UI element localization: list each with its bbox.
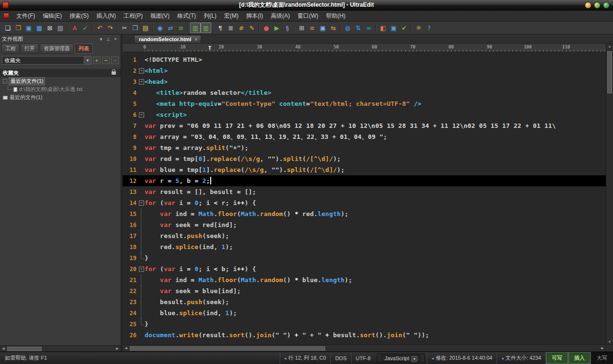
sidebar-hscroll-thumb[interactable] <box>7 347 42 351</box>
status-segment-3[interactable]: JavaScript▾ <box>377 353 425 363</box>
sidebar-tab-3[interactable]: 列表 <box>75 44 93 54</box>
new-file-button[interactable]: ❏ <box>2 23 13 33</box>
code-line-3[interactable]: 3<head> <box>123 76 613 87</box>
menu-item-10[interactable]: 高级(A) <box>267 11 294 22</box>
fold-toggle-icon[interactable] <box>138 65 145 76</box>
save-file-button[interactable]: ▣ <box>23 23 34 33</box>
scroll-left-icon[interactable]: ◀ <box>123 346 129 350</box>
code-line-24[interactable]: 24 blue.splice(ind, 1); <box>123 307 613 318</box>
replace-button[interactable]: ⇄ <box>165 23 176 33</box>
run-script-button[interactable]: § <box>282 23 293 33</box>
ftp-button[interactable]: ⇅ <box>353 23 363 33</box>
scroll-up-icon[interactable]: ▲ <box>606 45 613 48</box>
code-line-4[interactable]: 4 <title>random selector</title> <box>123 87 613 98</box>
remove-favorite-button[interactable]: − <box>102 57 110 64</box>
menu-item-4[interactable]: 工程(P) <box>120 11 147 22</box>
column-mode-button[interactable]: ▥ <box>190 23 201 33</box>
menu-item-0[interactable]: 文件(F) <box>12 11 39 22</box>
chevron-down-icon[interactable]: ▼ <box>84 57 91 64</box>
fold-toggle-icon[interactable] <box>138 197 145 208</box>
sidebar-tab-1[interactable]: 打开 <box>21 44 39 54</box>
code-line-19[interactable]: 19} <box>123 252 613 263</box>
scroll-left-icon[interactable]: ◀ <box>0 347 7 351</box>
close-icon[interactable]: × <box>112 36 119 42</box>
cut-button[interactable]: ✂ <box>119 23 130 33</box>
tree-item-3[interactable]: 最近的文件(1) <box>0 93 121 102</box>
tips-button[interactable]: ☼ <box>413 23 424 33</box>
tab-close-icon[interactable]: × <box>194 37 197 42</box>
spell-check-button[interactable]: ✓ <box>80 23 91 33</box>
menu-item-12[interactable]: 帮助(H) <box>322 11 350 22</box>
column-markers-button[interactable]: ▥ <box>201 23 211 33</box>
redo-button[interactable]: ↷ <box>105 23 115 33</box>
close-file-button[interactable]: ⊠ <box>45 23 55 33</box>
hyperlink-button[interactable]: ∞ <box>363 23 374 33</box>
menu-item-3[interactable]: 插入(N) <box>92 11 120 22</box>
tag-list-button[interactable]: ≡ <box>307 23 318 33</box>
word-wrap-button[interactable]: ¶ <box>215 23 226 33</box>
syntax-highlight-button[interactable]: ✎ <box>247 23 257 33</box>
sidebar-tab-2[interactable]: 资源管理器 <box>40 44 74 54</box>
file-compare-button[interactable]: ⇆ <box>328 23 339 33</box>
hex-edit-button[interactable]: # <box>236 23 247 33</box>
code-line-9[interactable]: 9var tmp = array.split("+"); <box>123 142 613 153</box>
help-button[interactable]: ? <box>424 23 434 33</box>
sidebar-hscrollbar[interactable]: ◀ ▶ <box>0 345 121 352</box>
chevron-down-icon[interactable]: ▾ <box>98 36 104 42</box>
validate-button[interactable]: ✔ <box>399 23 409 33</box>
menu-item-1[interactable]: 编辑(E) <box>39 11 66 22</box>
vscroll-thumb[interactable] <box>607 51 612 93</box>
code-line-5[interactable]: 5 <meta http-equiv="Content-Type" conten… <box>123 98 613 109</box>
macro-record-button[interactable]: ● <box>261 23 272 33</box>
code-line-10[interactable]: 10var red = tmp[0].replace(/\s/g, "").sp… <box>123 153 613 164</box>
menu-item-6[interactable]: 格式(T) <box>173 11 200 22</box>
code-area[interactable]: 1<!DOCTYPE HTML>2<html>3<head>4 <title>r… <box>123 52 613 352</box>
paste-button[interactable]: ▤ <box>140 23 151 33</box>
code-line-1[interactable]: 1<!DOCTYPE HTML> <box>123 54 613 65</box>
menu-item-8[interactable]: 宏(M) <box>220 11 242 22</box>
web-browser-button[interactable]: ◍ <box>342 23 353 33</box>
code-line-13[interactable]: 13var result = [], besult = []; <box>123 186 613 197</box>
menu-item-7[interactable]: 列(L) <box>200 11 220 22</box>
code-line-7[interactable]: 7var prev = "06 09 11 17 21 + 06 08\n05 … <box>123 120 613 131</box>
fold-toggle-icon[interactable] <box>138 76 145 87</box>
font-button[interactable]: A <box>69 23 80 33</box>
find-button[interactable]: ◉ <box>155 23 165 33</box>
code-line-22[interactable]: 22 var seek = blue[ind]; <box>123 285 613 296</box>
minimize-button[interactable] <box>585 2 591 9</box>
add-favorite-button[interactable]: + <box>93 57 101 64</box>
code-line-17[interactable]: 17 result.push(seek); <box>123 230 613 241</box>
menu-item-11[interactable]: 窗口(W) <box>294 11 322 22</box>
sidebar-tab-0[interactable]: 工程 <box>1 44 20 54</box>
tree-item-0[interactable]: 收藏夹 <box>0 69 121 77</box>
code-line-11[interactable]: 11var blue = tmp[1].replace(/\s/g, "").s… <box>123 164 613 175</box>
scroll-down-icon[interactable]: ▼ <box>606 340 613 343</box>
undo-button[interactable]: ↶ <box>94 23 105 33</box>
tree-item-1[interactable]: −最近的文件(1) <box>0 77 121 85</box>
open-file-button[interactable]: ❐ <box>13 23 23 33</box>
clipboard-button[interactable]: ▣ <box>318 23 328 33</box>
hscroll-thumb[interactable] <box>130 346 325 351</box>
find-in-files-button[interactable]: ≡ <box>176 23 186 33</box>
close-button[interactable] <box>603 2 610 9</box>
scroll-right-icon[interactable]: ▶ <box>114 347 121 351</box>
code-line-14[interactable]: 14for (var i = 0; i < r; i++) { <box>123 197 613 208</box>
print-button[interactable]: ▤ <box>55 23 66 33</box>
line-numbers-button[interactable]: ≣ <box>226 23 236 33</box>
fold-toggle-icon[interactable] <box>138 109 145 120</box>
code-line-15[interactable]: 15 var ind = Math.floor(Math.random() * … <box>123 208 613 219</box>
save-all-button[interactable]: ▦ <box>34 23 45 33</box>
maximize-button[interactable] <box>594 2 601 9</box>
chevron-down-icon[interactable]: ▾ <box>411 356 417 362</box>
css-style-button[interactable]: ▣ <box>388 23 399 33</box>
fold-toggle-icon[interactable] <box>138 263 145 274</box>
code-line-25[interactable]: 25} <box>123 318 613 330</box>
favorites-more-button[interactable]: · <box>111 57 119 64</box>
pin-icon[interactable]: ⊥ <box>104 36 112 42</box>
file-list-button[interactable]: ⊞ <box>296 23 307 33</box>
menu-item-2[interactable]: 搜索(S) <box>66 11 92 22</box>
menu-item-9[interactable]: 脚本(I) <box>242 11 267 22</box>
horizontal-scrollbar[interactable]: ◀ ▶ <box>123 344 606 352</box>
code-line-2[interactable]: 2<html> <box>123 65 613 76</box>
tree-item-2[interactable]: d:\我的文档\桌面\大乐透.txt <box>0 85 121 93</box>
